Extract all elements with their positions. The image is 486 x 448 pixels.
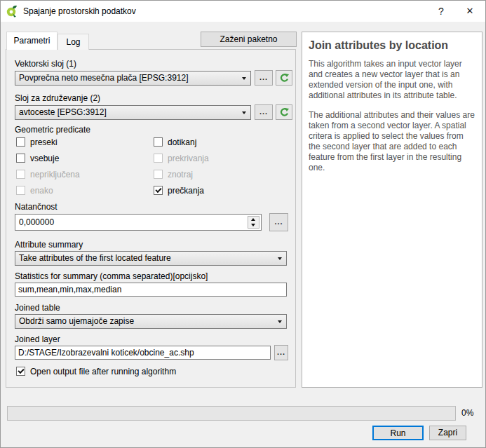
attribute-summary-label: Attribute summary — [15, 240, 83, 250]
vector-layer-value: Povprečna neto mesečna plača [EPSG:3912] — [19, 73, 188, 83]
run-button[interactable]: Run — [372, 426, 424, 440]
progress-bar — [7, 406, 456, 421]
help-paragraph: The additional attributes and their valu… — [309, 110, 475, 173]
joined-layer-label: Joined layer — [15, 334, 60, 344]
dialog-window: Spajanje prostorskih podatkov ? ✕ Parame… — [0, 0, 486, 448]
run-batch-button[interactable]: Zaženi paketno obdelavo... — [201, 32, 297, 47]
window-title: Spajanje prostorskih podatkov — [23, 6, 136, 16]
vector-layer-browse-button[interactable]: ... — [255, 70, 273, 86]
tab-log[interactable]: Log — [58, 34, 89, 50]
checkbox-box — [154, 170, 163, 179]
chevron-down-icon — [242, 77, 246, 80]
precision-spinbox[interactable]: 0,000000 — [15, 214, 262, 231]
joined-layer-browse-button[interactable]: ... — [274, 345, 288, 360]
close-dialog-button[interactable]: Zapri — [429, 426, 466, 440]
checkbox-box — [16, 137, 25, 147]
join-layer-iterate-button[interactable] — [276, 104, 292, 120]
checkbox-box — [16, 170, 25, 179]
chevron-down-icon — [242, 111, 246, 114]
join-layer-label: Sloj za združevanje (2) — [15, 93, 100, 103]
checkbox-box — [154, 154, 163, 163]
joined-layer-input[interactable] — [15, 346, 271, 360]
precision-expression-button[interactable]: ... — [269, 213, 288, 231]
chevron-down-icon — [278, 257, 282, 260]
help-panel: Join attributes by location This algorit… — [302, 32, 482, 388]
help-button[interactable]: ? — [429, 1, 453, 22]
checkbox-box — [16, 186, 25, 195]
progress-percent: 0% — [461, 408, 473, 418]
vector-layer-combobox[interactable]: Povprečna neto mesečna plača [EPSG:3912] — [15, 71, 251, 86]
spinner-buttons — [248, 216, 259, 229]
join-layer-value: avtoceste [EPSG:3912] — [19, 107, 107, 117]
joined-table-label: Joined table — [15, 303, 60, 313]
statistics-label: Statistics for summary (comma separated)… — [15, 271, 208, 281]
qgis-logo-icon — [6, 5, 18, 18]
precision-value: 0,000000 — [19, 217, 54, 227]
spin-down-icon[interactable] — [248, 222, 259, 228]
checkbox-box — [154, 186, 163, 195]
chevron-down-icon — [278, 320, 282, 323]
joined-table-value: Obdrži samo ujemajoče zapise — [19, 316, 134, 326]
iterate-icon — [279, 73, 290, 83]
help-paragraph: This algorithm takes an input vector lay… — [309, 59, 475, 101]
checkbox-box — [154, 137, 163, 147]
close-icon[interactable]: ✕ — [458, 1, 482, 22]
precision-label: Natančnost — [15, 202, 58, 212]
title-bar[interactable]: Spajanje prostorskih podatkov ? ✕ — [1, 1, 485, 22]
geometric-predicate-label: Geometric predicate — [15, 125, 90, 135]
statistics-input[interactable] — [15, 283, 287, 297]
tab-parametri[interactable]: Parametri — [6, 32, 58, 50]
joined-table-combobox[interactable]: Obdrži samo ujemajoče zapise — [15, 314, 287, 329]
checkbox-box — [16, 367, 25, 376]
checkbox-box — [16, 154, 25, 163]
attribute-summary-value: Take attributes of the first located fea… — [19, 253, 171, 263]
join-layer-browse-button[interactable]: ... — [255, 104, 273, 120]
iterate-icon — [279, 107, 290, 118]
attribute-summary-combobox[interactable]: Take attributes of the first located fea… — [15, 251, 287, 266]
join-layer-combobox[interactable]: avtoceste [EPSG:3912] — [15, 105, 251, 120]
help-title: Join attributes by location — [309, 39, 475, 52]
vector-layer-iterate-button[interactable] — [276, 70, 292, 86]
vector-layer-label: Vektorski sloj (1) — [15, 59, 76, 69]
